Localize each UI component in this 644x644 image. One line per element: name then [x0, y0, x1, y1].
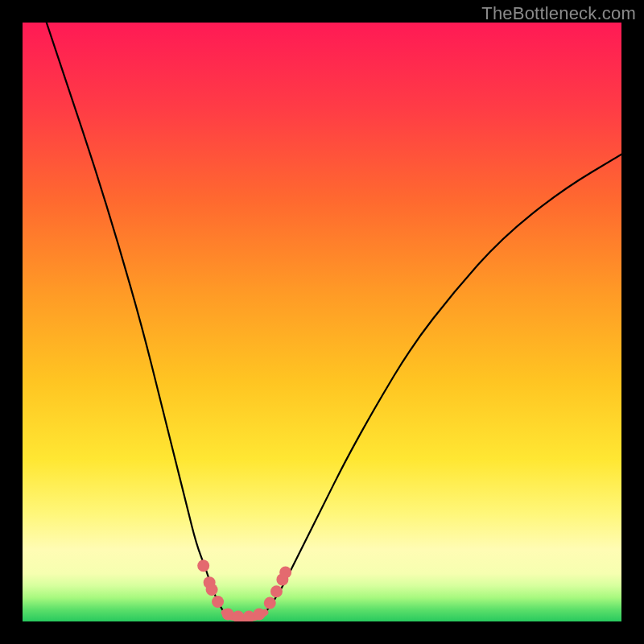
marker-floor-dot-b: [232, 611, 244, 621]
chart-svg: [23, 23, 621, 621]
marker-right-dot-b: [279, 566, 291, 578]
marker-floor-dot-c: [243, 611, 255, 621]
watermark-text: TheBottleneck.com: [481, 3, 636, 24]
marker-left-lower-dot: [212, 596, 224, 608]
marker-floor-dot-a: [222, 609, 234, 621]
marker-right-lower-dot: [264, 597, 276, 609]
chart-frame: TheBottleneck.com: [0, 0, 644, 644]
curve-layer: [47, 23, 621, 618]
marker-layer: [197, 559, 291, 621]
series-curve-left: [47, 23, 225, 613]
series-curve-right: [265, 155, 621, 613]
marker-left-dot-b: [206, 584, 218, 596]
marker-left-upper-dot: [197, 559, 209, 572]
marker-right-mid-dot: [270, 585, 283, 597]
marker-floor-dot-d: [253, 609, 265, 621]
plot-area: [23, 23, 621, 621]
